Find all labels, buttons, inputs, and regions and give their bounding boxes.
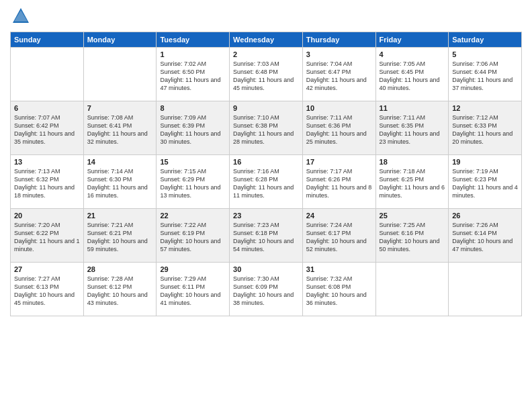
day-info: Sunrise: 7:24 AMSunset: 6:17 PMDaylight:… [306,221,372,254]
day-info: Sunrise: 7:15 AMSunset: 6:29 PMDaylight:… [160,167,226,200]
day-number: 16 [233,158,299,166]
day-info: Sunrise: 7:32 AMSunset: 6:08 PMDaylight:… [306,275,372,308]
day-info: Sunrise: 7:12 AMSunset: 6:33 PMDaylight:… [452,113,518,146]
calendar-cell-w2d4: 9Sunrise: 7:10 AMSunset: 6:38 PMDaylight… [230,101,303,154]
day-info: Sunrise: 7:22 AMSunset: 6:19 PMDaylight:… [160,221,226,254]
calendar-cell-w4d1: 20Sunrise: 7:20 AMSunset: 6:22 PMDayligh… [11,208,84,262]
day-info: Sunrise: 7:23 AMSunset: 6:18 PMDaylight:… [233,221,299,254]
day-info: Sunrise: 7:14 AMSunset: 6:30 PMDaylight:… [87,167,153,200]
calendar-cell-w5d6 [375,262,449,316]
day-number: 18 [380,158,445,166]
day-number: 4 [380,50,445,58]
day-info: Sunrise: 7:07 AMSunset: 6:42 PMDaylight:… [14,113,80,146]
calendar-cell-w1d1 [11,47,84,101]
day-number: 9 [233,104,299,112]
calendar-cell-w1d2 [83,47,157,101]
calendar-header-row: Sunday Monday Tuesday Wednesday Thursday… [11,32,522,47]
calendar-cell-w2d6: 11Sunrise: 7:11 AMSunset: 6:35 PMDayligh… [375,101,449,154]
calendar-cell-w5d1: 27Sunrise: 7:27 AMSunset: 6:13 PMDayligh… [11,262,84,316]
day-number: 3 [306,50,372,58]
day-info: Sunrise: 7:28 AMSunset: 6:12 PMDaylight:… [87,275,153,308]
day-info: Sunrise: 7:10 AMSunset: 6:38 PMDaylight:… [233,113,299,146]
day-info: Sunrise: 7:17 AMSunset: 6:26 PMDaylight:… [306,167,372,200]
calendar-cell-w1d5: 3Sunrise: 7:04 AMSunset: 6:47 PMDaylight… [302,47,375,101]
day-info: Sunrise: 7:09 AMSunset: 6:39 PMDaylight:… [160,113,226,146]
day-number: 5 [452,50,518,58]
header [10,7,522,26]
calendar-cell-w3d2: 14Sunrise: 7:14 AMSunset: 6:30 PMDayligh… [83,154,157,208]
calendar-cell-w3d1: 13Sunrise: 7:13 AMSunset: 6:32 PMDayligh… [11,154,84,208]
day-number: 25 [380,212,445,220]
day-number: 21 [87,212,153,220]
calendar-cell-w4d3: 22Sunrise: 7:22 AMSunset: 6:19 PMDayligh… [157,208,230,262]
calendar-cell-w3d7: 19Sunrise: 7:19 AMSunset: 6:23 PMDayligh… [449,154,522,208]
day-number: 10 [306,104,372,112]
day-number: 13 [14,158,80,166]
day-number: 24 [306,212,372,220]
calendar-cell-w4d2: 21Sunrise: 7:21 AMSunset: 6:21 PMDayligh… [83,208,157,262]
day-number: 8 [160,104,226,112]
calendar-week-4: 20Sunrise: 7:20 AMSunset: 6:22 PMDayligh… [11,208,522,262]
day-number: 15 [160,158,226,166]
day-number: 31 [306,265,372,273]
day-info: Sunrise: 7:11 AMSunset: 6:35 PMDaylight:… [380,113,445,146]
day-number: 14 [87,158,153,166]
day-info: Sunrise: 7:25 AMSunset: 6:16 PMDaylight:… [380,221,445,254]
day-info: Sunrise: 7:11 AMSunset: 6:36 PMDaylight:… [306,113,372,146]
calendar-cell-w3d5: 17Sunrise: 7:17 AMSunset: 6:26 PMDayligh… [302,154,375,208]
day-info: Sunrise: 7:02 AMSunset: 6:50 PMDaylight:… [160,60,226,93]
day-number: 19 [452,158,518,166]
calendar-cell-w1d4: 2Sunrise: 7:03 AMSunset: 6:48 PMDaylight… [230,47,303,101]
day-info: Sunrise: 7:20 AMSunset: 6:22 PMDaylight:… [14,221,80,254]
day-number: 17 [306,158,372,166]
calendar-cell-w1d3: 1Sunrise: 7:02 AMSunset: 6:50 PMDaylight… [157,47,230,101]
day-number: 28 [87,265,153,273]
header-thursday: Thursday [302,32,375,47]
page-container: Sunday Monday Tuesday Wednesday Thursday… [0,0,532,320]
calendar-cell-w5d3: 29Sunrise: 7:29 AMSunset: 6:11 PMDayligh… [157,262,230,316]
header-saturday: Saturday [449,32,522,47]
header-tuesday: Tuesday [157,32,230,47]
day-info: Sunrise: 7:19 AMSunset: 6:23 PMDaylight:… [452,167,518,200]
header-wednesday: Wednesday [230,32,303,47]
day-number: 2 [233,50,299,58]
calendar-cell-w3d3: 15Sunrise: 7:15 AMSunset: 6:29 PMDayligh… [157,154,230,208]
day-number: 1 [160,50,226,58]
day-info: Sunrise: 7:30 AMSunset: 6:09 PMDaylight:… [233,275,299,308]
day-info: Sunrise: 7:21 AMSunset: 6:21 PMDaylight:… [87,221,153,254]
calendar-cell-w4d5: 24Sunrise: 7:24 AMSunset: 6:17 PMDayligh… [302,208,375,262]
day-info: Sunrise: 7:29 AMSunset: 6:11 PMDaylight:… [160,275,226,308]
logo-icon [11,7,30,26]
day-info: Sunrise: 7:26 AMSunset: 6:14 PMDaylight:… [452,221,518,254]
calendar-cell-w3d6: 18Sunrise: 7:18 AMSunset: 6:25 PMDayligh… [375,154,449,208]
header-monday: Monday [83,32,157,47]
calendar-week-1: 1Sunrise: 7:02 AMSunset: 6:50 PMDaylight… [11,47,522,101]
calendar-cell-w2d1: 6Sunrise: 7:07 AMSunset: 6:42 PMDaylight… [11,101,84,154]
day-number: 29 [160,265,226,273]
calendar-week-3: 13Sunrise: 7:13 AMSunset: 6:32 PMDayligh… [11,154,522,208]
day-number: 27 [14,265,80,273]
day-info: Sunrise: 7:04 AMSunset: 6:47 PMDaylight:… [306,60,372,93]
calendar-week-5: 27Sunrise: 7:27 AMSunset: 6:13 PMDayligh… [11,262,522,316]
calendar-cell-w1d7: 5Sunrise: 7:06 AMSunset: 6:44 PMDaylight… [449,47,522,101]
day-number: 26 [452,212,518,220]
calendar-cell-w2d7: 12Sunrise: 7:12 AMSunset: 6:33 PMDayligh… [449,101,522,154]
day-number: 12 [452,104,518,112]
header-friday: Friday [375,32,449,47]
calendar-cell-w2d2: 7Sunrise: 7:08 AMSunset: 6:41 PMDaylight… [83,101,157,154]
day-number: 11 [380,104,445,112]
svg-marker-1 [14,10,28,21]
calendar-cell-w3d4: 16Sunrise: 7:16 AMSunset: 6:28 PMDayligh… [230,154,303,208]
calendar-cell-w2d3: 8Sunrise: 7:09 AMSunset: 6:39 PMDaylight… [157,101,230,154]
day-info: Sunrise: 7:18 AMSunset: 6:25 PMDaylight:… [380,167,445,200]
day-number: 20 [14,212,80,220]
day-info: Sunrise: 7:05 AMSunset: 6:45 PMDaylight:… [380,60,445,93]
calendar-cell-w5d7 [449,262,522,316]
day-number: 30 [233,265,299,273]
calendar-table: Sunday Monday Tuesday Wednesday Thursday… [10,32,522,316]
calendar-cell-w2d5: 10Sunrise: 7:11 AMSunset: 6:36 PMDayligh… [302,101,375,154]
day-info: Sunrise: 7:16 AMSunset: 6:28 PMDaylight:… [233,167,299,200]
calendar-week-2: 6Sunrise: 7:07 AMSunset: 6:42 PMDaylight… [11,101,522,154]
day-info: Sunrise: 7:13 AMSunset: 6:32 PMDaylight:… [14,167,80,200]
calendar-cell-w4d6: 25Sunrise: 7:25 AMSunset: 6:16 PMDayligh… [375,208,449,262]
